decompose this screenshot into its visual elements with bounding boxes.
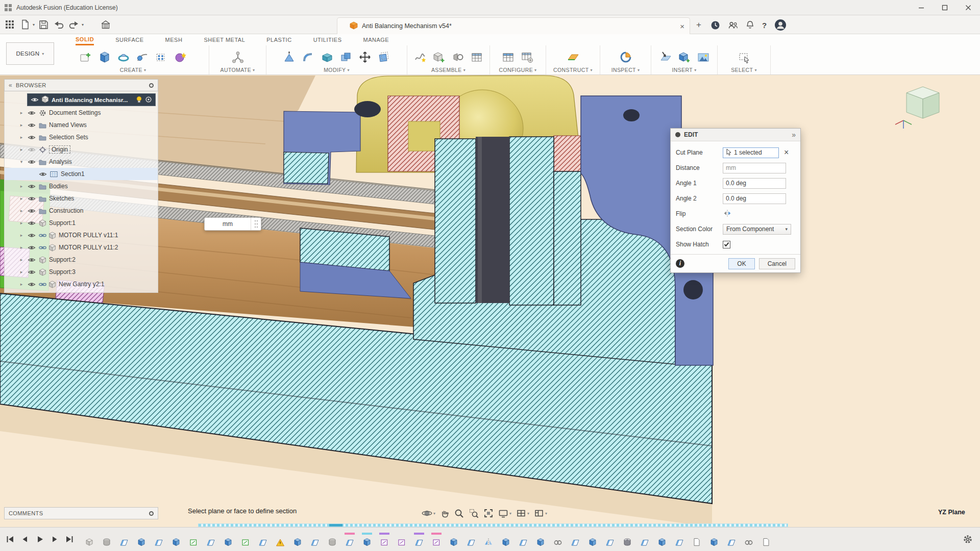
collapsed-arrow-icon[interactable]: ▸: [18, 257, 25, 262]
timeline-feature-plane-16[interactable]: [344, 533, 355, 546]
multi-view-icon[interactable]: ▾: [534, 509, 547, 518]
zoom-icon[interactable]: [454, 509, 464, 518]
browser-item-support-2[interactable]: ▸Support:2: [5, 254, 158, 266]
visibility-eye-icon[interactable]: [28, 269, 37, 275]
dimension-value[interactable]: mm: [205, 218, 251, 230]
visibility-eye-icon[interactable]: [39, 171, 48, 177]
visibility-eye-icon[interactable]: [28, 147, 37, 153]
collapsed-arrow-icon[interactable]: ▸: [18, 122, 25, 128]
browser-item-named-views[interactable]: ▸Named Views: [5, 119, 158, 131]
document-tab[interactable]: Anti Balancing Mechanism v54* ×: [337, 17, 690, 34]
visibility-eye-icon[interactable]: [28, 257, 37, 263]
timeline-play-button[interactable]: [34, 533, 46, 545]
ribbon-tab-surface[interactable]: SURFACE: [115, 34, 143, 45]
timeline-feature-warn-12[interactable]: [275, 533, 286, 546]
timeline-feature-cube-27[interactable]: [535, 533, 546, 546]
timeline-feature-cube-6[interactable]: [170, 533, 182, 546]
app-grid-icon[interactable]: [3, 18, 16, 31]
ribbon-icon-insert-mesh[interactable]: [677, 49, 692, 65]
visibility-eye-icon[interactable]: [28, 110, 37, 116]
timeline-settings-gear-icon[interactable]: [963, 534, 973, 544]
ribbon-tab-plastic[interactable]: PLASTIC: [266, 34, 291, 45]
timeline-feature-cube-17[interactable]: [361, 533, 373, 546]
undo-icon[interactable]: [52, 18, 65, 31]
comments-panel-header[interactable]: COMMENTS: [4, 507, 158, 519]
clear-selection-button[interactable]: ×: [784, 148, 789, 157]
timeline-step-forward-button[interactable]: [48, 533, 61, 545]
timeline-feature-comp-1[interactable]: [84, 533, 95, 546]
timeline-feature-plane-35[interactable]: [674, 533, 685, 546]
ribbon-group-label-assemble[interactable]: ASSEMBLE▾: [431, 67, 465, 73]
expand-dialog-icon[interactable]: »: [792, 131, 796, 139]
timeline-feature-cube-37[interactable]: [708, 533, 720, 546]
ribbon-tab-sheet-metal[interactable]: SHEET METAL: [204, 34, 245, 45]
ribbon-icon-new-component[interactable]: [431, 49, 447, 65]
job-status-icon[interactable]: [710, 20, 720, 30]
browser-item-support-3[interactable]: ▸Support:3: [5, 266, 158, 278]
browser-item-section1[interactable]: Section1: [5, 168, 158, 180]
drag-handle-icon[interactable]: [251, 218, 261, 230]
save-icon[interactable]: [37, 18, 50, 31]
visibility-eye-icon[interactable]: [28, 184, 37, 189]
browser-item-bodies[interactable]: ▸Bodies: [5, 180, 158, 192]
timeline-feature-joint-28[interactable]: [552, 533, 564, 546]
timeline-feature-sk-p-19[interactable]: [396, 533, 407, 546]
display-settings-icon[interactable]: ▾: [498, 509, 511, 518]
ribbon-tab-mesh[interactable]: MESH: [165, 34, 183, 45]
visibility-eye-icon[interactable]: [31, 97, 39, 103]
close-button[interactable]: [957, 0, 980, 15]
visibility-eye-icon[interactable]: [28, 282, 37, 287]
timeline-feature-plane-29[interactable]: [570, 533, 581, 546]
ribbon-icon-move[interactable]: [357, 49, 373, 65]
timeline-feature-joint-39[interactable]: [743, 533, 754, 546]
info-icon[interactable]: i: [676, 259, 684, 268]
ribbon-group-label-automate[interactable]: AUTOMATE▾: [220, 67, 255, 73]
visibility-eye-icon[interactable]: [28, 220, 37, 226]
redo-caret-icon[interactable]: ▾: [82, 22, 84, 27]
ribbon-icon-canvas[interactable]: [696, 49, 711, 65]
flip-button[interactable]: [723, 209, 732, 219]
collapsed-arrow-icon[interactable]: ▸: [18, 245, 25, 250]
browser-item-analysis[interactable]: ▾Analysis: [5, 156, 158, 168]
browser-item-document-settings[interactable]: ▸Document Settings: [5, 107, 158, 119]
dialog-header[interactable]: EDIT »: [671, 129, 800, 141]
collapsed-arrow-icon[interactable]: ▸: [18, 220, 25, 226]
ribbon-icon-offset[interactable]: [376, 49, 391, 65]
visibility-eye-icon[interactable]: [28, 135, 37, 140]
timeline-scrollbar[interactable]: [198, 523, 788, 527]
section-color-select[interactable]: From Component ▾: [723, 224, 791, 235]
ribbon-icon-select[interactable]: [737, 49, 752, 65]
fit-icon[interactable]: [483, 508, 494, 518]
browser-item-construction[interactable]: ▸Construction: [5, 205, 158, 217]
ribbon-icon-extrude[interactable]: [97, 49, 112, 65]
ribbon-group-label-select[interactable]: SELECT▾: [731, 67, 757, 73]
ribbon-icon-automate[interactable]: [230, 49, 246, 65]
timeline-feature-cube-30[interactable]: [587, 533, 598, 546]
panel-options-icon[interactable]: [149, 511, 154, 516]
timeline-feature-cube-34[interactable]: [656, 533, 668, 546]
profile-icon[interactable]: [774, 19, 787, 31]
isolate-target-icon[interactable]: [145, 96, 152, 104]
timeline-feature-cube-9[interactable]: [223, 533, 234, 546]
maximize-button[interactable]: [933, 0, 957, 15]
collapse-panel-icon[interactable]: «: [9, 82, 12, 89]
timeline-feature-doc-40[interactable]: [761, 533, 772, 546]
distance-input[interactable]: mm: [723, 163, 786, 173]
ribbon-group-label-configure[interactable]: CONFIGURE▾: [499, 67, 536, 73]
cut-plane-selection-field[interactable]: 1 selected: [723, 147, 779, 158]
ribbon-icon-pattern[interactable]: [154, 49, 169, 65]
new-tab-button[interactable]: +: [693, 19, 704, 31]
ribbon-icon-create-sketch[interactable]: [78, 49, 93, 65]
model-pink-section-right[interactable]: [554, 136, 581, 171]
browser-item-support-1[interactable]: ▸Support:1: [5, 217, 158, 229]
panel-options-icon[interactable]: [149, 83, 154, 88]
collapsed-arrow-icon[interactable]: ▸: [18, 196, 25, 201]
show-hatch-checkbox[interactable]: [723, 241, 730, 248]
timeline-feature-cube-4[interactable]: [136, 533, 147, 546]
ribbon-tab-manage[interactable]: MANAGE: [363, 34, 389, 45]
ribbon-icon-form[interactable]: [173, 49, 188, 65]
design-workspace-dropdown[interactable]: DESIGN ▾: [6, 42, 54, 65]
floating-dimension-input[interactable]: mm: [204, 217, 261, 231]
timeline-feature-hole-32[interactable]: [622, 533, 633, 546]
document-tab-close-icon[interactable]: ×: [680, 22, 684, 31]
